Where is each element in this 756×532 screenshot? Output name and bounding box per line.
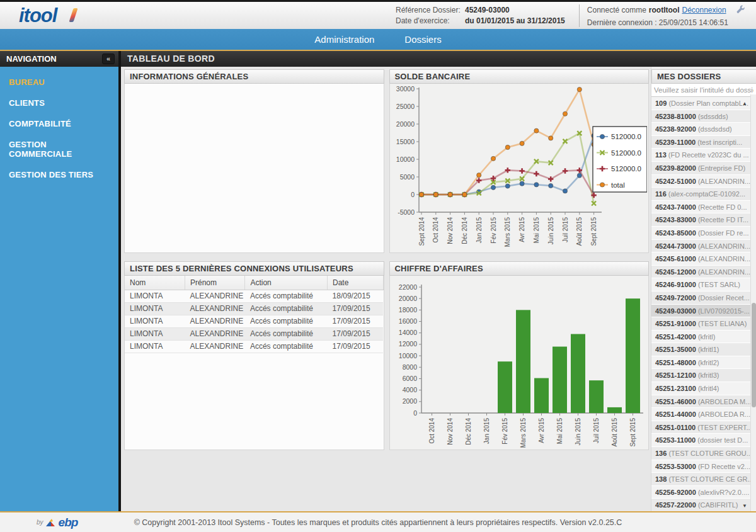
list-item[interactable]: 138 (TEST CLOTURE CE GR... xyxy=(651,473,756,486)
svg-text:Fév 2015: Fév 2015 xyxy=(490,217,496,244)
scroll-up-icon[interactable]: ▲ xyxy=(742,101,747,106)
list-item[interactable]: 45238-81000 (sdssdds) xyxy=(651,110,756,123)
list-item[interactable]: 45251-46000 (ARBOLEDA M... xyxy=(651,395,756,409)
svg-text:Mai 2015: Mai 2015 xyxy=(532,217,539,244)
dossier-ref: 136 xyxy=(655,450,667,457)
column-header-action: Action xyxy=(245,276,328,290)
table-row: LIMONTAALEXANDRINEAccés comptabilité17/0… xyxy=(125,302,383,315)
logout-link[interactable]: Déconnexion xyxy=(682,6,726,14)
list-item[interactable]: 136 (TEST CLOTURE GROU... xyxy=(651,447,756,460)
dossier-label: (TEST CLOTURE GROU... xyxy=(667,450,752,457)
dossier-label: (Dossier Plan comptabL... xyxy=(667,99,748,107)
svg-text:Juil 2015: Juil 2015 xyxy=(561,217,568,242)
dossier-ref: 45257-22000 xyxy=(655,501,696,509)
dossier-ref: 45245-12000 xyxy=(655,268,696,276)
list-item[interactable]: 45249-72000 (Dossier Recet... xyxy=(651,291,756,305)
list-item[interactable]: 45246-91000 (TEST SARL) xyxy=(651,278,756,291)
sidebar-item-comptabilit-[interactable]: COMPTABILITÉ xyxy=(0,113,118,134)
dossier-ref: 45251-12100 xyxy=(655,371,696,379)
list-item[interactable]: 45245-61000 (ALEXANDRIN... xyxy=(651,252,756,266)
list-item[interactable]: 45238-92000 (dssdsdsd) xyxy=(651,123,756,136)
list-item[interactable]: 45257-22000 (CABIFRITL) xyxy=(651,499,756,511)
dossier-label: (FD Recette v2023C du ... xyxy=(667,151,749,159)
menu-item-administration[interactable]: Administration xyxy=(314,34,374,45)
sidebar-item-gestion-commerciale[interactable]: GESTION COMMERCIALE xyxy=(0,134,118,164)
list-item[interactable]: 45243-83000 (Recette FD IT... xyxy=(651,213,756,227)
connexions-panel: LISTE DES 5 DERNIÈRES CONNEXIONS UTILISA… xyxy=(124,261,384,450)
list-item[interactable]: 45251-44000 (ARBOLEDA R... xyxy=(651,408,756,421)
dossier-label: (kfritl4) xyxy=(696,385,719,392)
svg-text:Déc 2014: Déc 2014 xyxy=(465,418,472,445)
list-item[interactable]: 113 (FD Recette v2023C du ... xyxy=(651,149,756,162)
wrench-icon[interactable] xyxy=(735,4,745,16)
list-item[interactable]: 45249-03000 (LIV07092015-... xyxy=(651,305,756,318)
svg-text:18000: 18000 xyxy=(398,306,416,314)
list-item[interactable]: 45251-48000 (kfritl2) xyxy=(651,356,756,370)
list-item[interactable]: 45244-73000 (ALEXANDRIN... xyxy=(651,240,756,253)
dossier-scrollbar-thumb[interactable] xyxy=(752,303,756,407)
column-header-date: Date xyxy=(328,276,383,290)
list-item[interactable]: 116 (alex-comptaCE-01092... xyxy=(651,188,756,201)
sidebar-collapse-button[interactable]: « xyxy=(102,54,115,64)
svg-text:6000: 6000 xyxy=(402,375,417,382)
menu-item-dossiers[interactable]: Dossiers xyxy=(404,34,441,45)
date-exercice-label: Date d'exercice: xyxy=(396,16,465,25)
svg-text:Sept 2014: Sept 2014 xyxy=(418,217,425,246)
list-item[interactable]: 45251-35000 (kfritl1) xyxy=(651,343,756,356)
dossier-ref: 45239-82000 xyxy=(655,164,696,172)
dossier-label: (Entreprise FD) xyxy=(696,164,745,172)
list-item[interactable]: 45251-91000 (TEST ELIANA) xyxy=(651,317,756,331)
dossier-ref: 45251-01100 xyxy=(655,424,696,431)
list-item[interactable]: 45243-74000 (Recette FD 0... xyxy=(651,201,756,214)
column-header-nom: Nom xyxy=(125,276,185,290)
list-item[interactable]: 45253-53000 (FD Recette v2... xyxy=(651,460,756,473)
list-item[interactable]: 109 (Dossier Plan comptabL... xyxy=(651,97,756,110)
svg-text:Jan 2015: Jan 2015 xyxy=(483,418,490,444)
list-item[interactable]: 45242-51000 (ALEXANDRIN... xyxy=(651,175,756,188)
list-item[interactable]: 45239-11000 (test inscripti... xyxy=(651,136,756,149)
list-item[interactable]: 45245-12000 (ALEXANDRIN... xyxy=(651,266,756,279)
dossier-scrollbar[interactable] xyxy=(750,94,756,511)
dossier-label: (alexlivR?v2.0.... xyxy=(696,489,749,496)
svg-text:Oct 2014: Oct 2014 xyxy=(432,217,439,243)
table-row: LIMONTAALEXANDRINEAccés comptabilité17/0… xyxy=(125,315,383,327)
list-item[interactable]: 45253-11000 (dossier test D... xyxy=(651,434,756,447)
svg-text:10000: 10000 xyxy=(398,352,416,359)
svg-text:20000: 20000 xyxy=(398,295,416,302)
list-item[interactable]: 45251-01100 (TEST EXPERT... xyxy=(651,421,756,434)
svg-text:Fév 2015: Fév 2015 xyxy=(501,418,508,444)
svg-text:Oct 2014: Oct 2014 xyxy=(428,418,435,444)
scroll-down-icon[interactable]: ▼ xyxy=(742,503,747,509)
list-item[interactable]: 45251-12100 (kfritl3) xyxy=(651,369,756,382)
list-item[interactable]: 45239-82000 (Entreprise FD) xyxy=(651,162,756,175)
svg-text:512000.0: 512000.0 xyxy=(611,133,641,140)
dossier-ref: 45249-03000 xyxy=(655,307,696,315)
dossier-ref: 45253-53000 xyxy=(655,463,696,470)
dossier-label: (sdssdds) xyxy=(696,113,728,120)
svg-text:0: 0 xyxy=(411,191,415,198)
dossier-ref: 45238-92000 xyxy=(655,125,696,133)
svg-text:0: 0 xyxy=(413,409,417,417)
connected-label: Connecté comme xyxy=(587,6,646,14)
sidebar-item-bureau[interactable]: BUREAU xyxy=(0,72,118,93)
dossier-label: (ALEXANDRIN... xyxy=(696,242,750,250)
sidebar-item-gestion-des-tiers[interactable]: GESTION DES TIERS xyxy=(0,164,118,185)
connexions-title: LISTE DES 5 DERNIÈRES CONNEXIONS UTILISA… xyxy=(124,261,384,276)
ebp-brand-text: ebp xyxy=(59,516,78,529)
dossier-search-input[interactable] xyxy=(651,84,756,97)
list-item[interactable]: 45243-85000 (Dossier FD re... xyxy=(651,227,756,240)
sidebar-item-clients[interactable]: CLIENTS xyxy=(0,93,118,113)
svg-text:2000: 2000 xyxy=(402,397,417,405)
itool-logo: itool xyxy=(19,4,120,27)
app-window: itool Référence Dossier: 45249-03000 Dat… xyxy=(0,0,756,532)
dossier-label: (kfritl2) xyxy=(696,359,719,366)
last-connection: Dernière connexion : 25/09/2015 14:06:51 xyxy=(587,18,728,27)
reference-dossier-value: 45249-03000 xyxy=(465,6,510,14)
svg-text:Mai 2015: Mai 2015 xyxy=(556,418,563,444)
svg-text:Déc 2014: Déc 2014 xyxy=(461,217,467,244)
date-exercice-value: du 01/01/2015 au 31/12/2015 xyxy=(465,16,565,25)
list-item[interactable]: 45251-23100 (kfritl4) xyxy=(651,382,756,395)
list-item[interactable]: 45251-42000 (kfritl) xyxy=(651,331,756,344)
copyright-text: © Copyright 2001-2013 Itool Systems - To… xyxy=(0,518,756,527)
list-item[interactable]: 45256-92000 (alexlivR?v2.0.... xyxy=(651,486,756,499)
